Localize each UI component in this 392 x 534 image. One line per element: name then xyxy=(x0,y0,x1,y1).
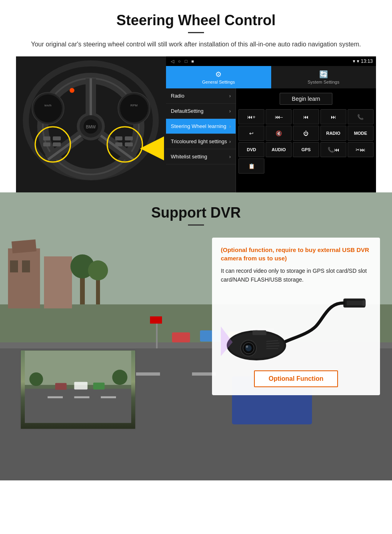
dvr-preview-screen xyxy=(20,350,136,430)
steering-content-area: BMW km/h RPM ◁ ○ □ ■ xyxy=(16,56,376,192)
svg-rect-59 xyxy=(48,396,63,398)
ctrl-dvd[interactable]: DVD xyxy=(238,142,264,157)
svg-text:RPM: RPM xyxy=(130,104,138,107)
ctrl-phone-prev[interactable]: 📞⏮ xyxy=(320,142,346,157)
home-icon[interactable]: ○ xyxy=(178,59,181,64)
recents-icon[interactable]: □ xyxy=(185,59,188,64)
menu-whitelist-label: Whitelist setting xyxy=(171,154,207,160)
menu-item-radio[interactable]: Radio › xyxy=(166,88,236,104)
menu-item-steering[interactable]: Steering Wheel learning › xyxy=(166,119,236,134)
android-main-content: Radio › DefaultSetting › Steering Wheel … xyxy=(166,88,376,192)
ctrl-audio[interactable]: AUDIO xyxy=(266,142,292,157)
tab-general-label: General Settings xyxy=(202,80,235,84)
svg-point-71 xyxy=(229,332,284,358)
ctrl-vol-down[interactable]: ⏮– xyxy=(266,109,292,124)
svg-text:km/h: km/h xyxy=(44,104,51,107)
dvr-content-row: (Optional function, require to buy exter… xyxy=(0,230,392,438)
ctrl-next-track[interactable]: ⏭ xyxy=(320,109,346,124)
svg-text:BMW: BMW xyxy=(86,125,96,129)
begin-learn-area: Begin learn xyxy=(238,91,374,107)
menu-item-tricoloured[interactable]: Tricoloured light settings › xyxy=(166,134,236,149)
svg-rect-61 xyxy=(101,396,116,398)
svg-rect-62 xyxy=(55,383,67,390)
svg-point-27 xyxy=(34,94,62,122)
dvr-optional-text: (Optional function, require to buy exter… xyxy=(221,246,371,262)
svg-rect-17 xyxy=(53,136,61,140)
svg-point-66 xyxy=(112,370,128,385)
dvr-title: Support DVR xyxy=(0,204,392,221)
chevron-right-icon: › xyxy=(229,93,231,99)
clock-display: 13:13 xyxy=(361,58,373,64)
menu-radio-label: Radio xyxy=(171,93,184,99)
svg-rect-58 xyxy=(25,389,131,423)
nav-icons: ◁ ○ □ ■ xyxy=(171,59,194,64)
svg-point-30 xyxy=(120,94,148,122)
dvr-camera-illustration xyxy=(221,284,371,364)
tab-general-settings[interactable]: ⚙ General Settings xyxy=(166,66,271,88)
ctrl-back[interactable]: ↩ xyxy=(238,126,264,141)
begin-learn-button[interactable]: Begin learn xyxy=(280,93,333,105)
steering-subtitle: Your original car's steering wheel contr… xyxy=(16,40,376,49)
svg-rect-15 xyxy=(43,136,50,140)
chevron-right-icon: › xyxy=(229,139,231,144)
ctrl-radio[interactable]: RADIO xyxy=(320,126,346,141)
chevron-right-icon: › xyxy=(229,108,231,114)
android-tabs: ⚙ General Settings 🔄 System Settings xyxy=(166,66,376,88)
tab-system-label: System Settings xyxy=(308,80,339,84)
dvr-right-area: (Optional function, require to buy exter… xyxy=(212,238,380,401)
ctrl-mute[interactable]: 🔇 xyxy=(266,126,292,141)
menu-default-label: DefaultSetting xyxy=(171,108,204,114)
svg-point-75 xyxy=(246,345,248,348)
steering-section: Steering Wheel Control Your original car… xyxy=(0,0,392,192)
svg-rect-68 xyxy=(347,300,363,305)
ctrl-phone[interactable]: 📞 xyxy=(348,109,374,124)
svg-line-78 xyxy=(266,346,280,346)
steering-title: Steering Wheel Control xyxy=(16,12,376,29)
android-statusbar: ◁ ○ □ ■ ▾ ▾ 13:13 xyxy=(166,56,376,66)
menu-item-whitelist[interactable]: Whitelist setting › xyxy=(166,149,236,164)
ctrl-mode[interactable]: MODE xyxy=(348,126,374,141)
signal-icon: ▾ xyxy=(353,58,355,64)
svg-rect-20 xyxy=(115,142,122,146)
dvr-divider xyxy=(188,224,204,226)
dvr-info-box: (Optional function, require to buy exter… xyxy=(212,238,380,395)
svg-rect-21 xyxy=(125,136,133,140)
svg-rect-80 xyxy=(252,330,266,335)
ctrl-power[interactable]: ⏻ xyxy=(293,126,319,141)
menu-item-default[interactable]: DefaultSetting › xyxy=(166,104,236,119)
tab-system-settings[interactable]: 🔄 System Settings xyxy=(271,66,376,88)
status-bar-right: ▾ ▾ 13:13 xyxy=(353,58,373,64)
ctrl-gps[interactable]: GPS xyxy=(293,142,319,157)
ctrl-cut-next[interactable]: ✂⏭ xyxy=(348,142,374,157)
system-icon: 🔄 xyxy=(319,70,328,79)
menu-icon[interactable]: ■ xyxy=(191,59,194,64)
dvr-screen-inner xyxy=(21,350,135,429)
title-divider xyxy=(188,32,204,33)
android-panel: ◁ ○ □ ■ ▾ ▾ 13:13 ⚙ General Settings xyxy=(166,56,376,192)
back-icon[interactable]: ◁ xyxy=(171,59,174,64)
dvr-title-area: Support DVR xyxy=(0,192,392,230)
dvr-left-area xyxy=(12,238,204,430)
steering-control-content: Begin learn ⏮+ ⏮– ⏮ ⏭ 📞 ↩ 🔇 ⏻ RADIO xyxy=(236,88,376,192)
optional-function-button[interactable]: Optional Function xyxy=(254,370,338,387)
svg-rect-64 xyxy=(93,383,105,390)
svg-point-32 xyxy=(70,88,74,93)
ctrl-vol-up[interactable]: ⏮+ xyxy=(238,109,264,124)
settings-menu: Radio › DefaultSetting › Steering Wheel … xyxy=(166,88,236,192)
svg-rect-22 xyxy=(125,142,133,146)
wifi-icon: ▾ xyxy=(357,58,359,64)
svg-rect-60 xyxy=(74,396,90,398)
dvr-body-text: It can record video only to storage in G… xyxy=(221,266,371,284)
svg-rect-19 xyxy=(115,136,122,140)
menu-tricoloured-label: Tricoloured light settings xyxy=(171,138,227,144)
ctrl-prev-track[interactable]: ⏮ xyxy=(293,109,319,124)
svg-rect-18 xyxy=(53,142,61,146)
svg-rect-16 xyxy=(43,142,50,146)
gear-icon: ⚙ xyxy=(215,70,222,79)
menu-steering-label: Steering Wheel learning xyxy=(171,123,226,129)
ctrl-extra[interactable]: 📋 xyxy=(238,158,264,174)
svg-rect-69 xyxy=(362,300,366,306)
chevron-right-icon: › xyxy=(229,124,231,129)
steering-wheel-image: BMW km/h RPM xyxy=(16,56,166,192)
chevron-right-icon: › xyxy=(229,154,231,160)
